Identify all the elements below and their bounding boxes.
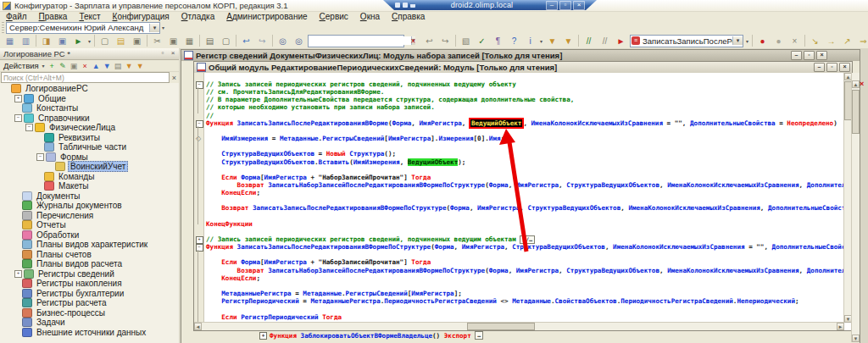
tree-item-Планы счетов[interactable]: Планы счетов xyxy=(0,250,179,260)
pin-icon[interactable] xyxy=(395,3,400,8)
actions-menu[interactable]: Действия xyxy=(0,61,41,70)
move-up-icon[interactable]: ▲ xyxy=(91,61,102,71)
new-document-icon[interactable]: ▢ xyxy=(97,33,113,48)
menu-3[interactable]: Текст xyxy=(73,12,106,21)
tree-item-Регистры накопления[interactable]: Регистры накопления xyxy=(0,279,179,289)
tree-item-Планы видов характеристик[interactable]: Планы видов характеристик xyxy=(0,240,179,250)
chevron-down-icon[interactable]: ▾ xyxy=(41,63,47,69)
tree-item-ФизическиеЛица[interactable]: −ФизическиеЛица xyxy=(0,123,179,133)
tree-item-Регистры сведений[interactable]: +Регистры сведений xyxy=(0,269,179,279)
rdp-connection-bar[interactable]: droid2.olimp.local – ▫ × xyxy=(383,0,597,10)
close-button[interactable]: × xyxy=(573,1,585,10)
tree-item-Регистры бухгалтерии[interactable]: Регистры бухгалтерии xyxy=(0,289,179,299)
next-bookmark-icon[interactable]: ▼ xyxy=(560,33,576,48)
clear-search-icon[interactable]: × xyxy=(405,33,421,48)
delete-icon[interactable]: × xyxy=(80,61,91,71)
collapse-icon[interactable]: − xyxy=(36,153,44,161)
toolbar-search-combo[interactable]: ▾ xyxy=(308,35,404,47)
tree-item-Табличные части[interactable]: Табличные части xyxy=(0,142,179,152)
collapse-icon[interactable]: − xyxy=(25,124,33,131)
close-window-icon[interactable]: × xyxy=(860,80,864,88)
collapse-region-icon[interactable]: − xyxy=(196,81,203,89)
check-module-icon[interactable]: ► xyxy=(613,33,629,48)
uncomment-icon[interactable]: // xyxy=(597,33,613,48)
print-icon[interactable]: ▤ xyxy=(202,33,218,48)
search-input[interactable] xyxy=(1,72,170,83)
edit-icon[interactable]: ✎ xyxy=(58,61,69,71)
bookmark-icon[interactable]: ▼ xyxy=(544,33,560,48)
tree-item-Бизнес-процессы[interactable]: Бизнес-процессы xyxy=(0,308,179,318)
step-out-icon[interactable]: ↗ xyxy=(839,33,855,48)
tree-item-Задачи[interactable]: Задачи xyxy=(0,318,179,328)
properties-icon[interactable]: ▤ xyxy=(113,61,124,71)
copy-icon[interactable]: ▣ xyxy=(165,33,181,48)
open-document-icon[interactable]: ▤ xyxy=(113,33,129,48)
filter-icon[interactable]: ▼ xyxy=(124,61,135,71)
minimize-button[interactable]: – xyxy=(791,51,802,60)
minimize-button[interactable]: – xyxy=(814,63,825,72)
scroll-down-icon[interactable]: ▼ xyxy=(852,335,860,342)
expand-region-icon[interactable]: + xyxy=(259,332,267,340)
tree-item-ЛогированиеРС[interactable]: ЛогированиеРС xyxy=(0,84,179,94)
update-db-configuration-icon[interactable]: ▣ xyxy=(54,33,70,48)
find-previous-icon[interactable]: ↩ xyxy=(421,33,437,48)
collapse-icon[interactable]: − xyxy=(14,114,22,122)
search-text-input[interactable] xyxy=(309,36,411,45)
panel-header[interactable]: Логирование РС * ▫ × xyxy=(0,48,179,60)
info-icon[interactable]: i xyxy=(522,33,538,48)
outer-window-titlebar[interactable]: Регистр сведений ДокументыФизическихЛиц:… xyxy=(181,50,860,61)
procedure-combo[interactable]: ≡ЗаписатьЗаписьПослеРедакти▾ xyxy=(630,35,743,47)
menu-8[interactable]: Окна xyxy=(354,12,386,21)
code-gutter[interactable]: −−◇+− xyxy=(194,73,204,323)
clear-search-icon[interactable]: × xyxy=(170,74,179,82)
menu-1[interactable]: Файл xyxy=(0,12,33,21)
chevron-down-icon[interactable]: ▾ xyxy=(538,38,544,44)
scroll-left-icon[interactable]: ◄ xyxy=(194,323,202,330)
tree-item-Регистры расчета[interactable]: Регистры расчета xyxy=(0,298,179,308)
syntax-check-icon[interactable]: ✓ xyxy=(474,33,490,48)
save-document-icon[interactable]: ▣ xyxy=(129,33,145,48)
toolbar-grip[interactable] xyxy=(2,22,4,34)
tree-item-Общие[interactable]: +Общие xyxy=(0,94,179,104)
scroll-up-icon[interactable]: ▲ xyxy=(852,80,860,88)
paste-icon[interactable]: ▦ xyxy=(181,33,198,48)
horizontal-scrollbar[interactable]: ◄ ► xyxy=(194,322,844,330)
tree-item-Внешние источники данных[interactable]: Внешние источники данных xyxy=(0,328,179,338)
undo-icon[interactable]: ↩ xyxy=(238,33,254,48)
outer-code-line[interactable]: +Функция ЗаблокироватьОбъектВФормеВладел… xyxy=(259,331,483,340)
server-combo[interactable]: Сервер:Семенихин Юрий Александ ▾ xyxy=(6,22,160,34)
move-down-icon[interactable]: ▼ xyxy=(102,61,113,71)
help-icon[interactable]: ? xyxy=(506,33,522,48)
tree-item-Журналы документов[interactable]: Журналы документов xyxy=(0,201,179,211)
maximize-button[interactable]: ▫ xyxy=(826,63,837,72)
disable-breakpoints-icon[interactable]: ● xyxy=(771,33,787,48)
tree-item-Обработки[interactable]: Обработки xyxy=(0,230,179,241)
panel-close-icon[interactable]: × xyxy=(169,50,177,58)
tree-item-Отчеты[interactable]: Отчеты xyxy=(0,220,179,230)
configuration-store-icon[interactable]: ▥ xyxy=(18,33,34,48)
redo-icon[interactable]: ↪ xyxy=(254,33,270,48)
menu-2[interactable]: Правка xyxy=(33,12,74,21)
collapse-region-icon[interactable]: − xyxy=(196,120,203,128)
step-into-icon[interactable]: ↘ xyxy=(807,33,823,48)
tree-item-Документы[interactable]: Документы xyxy=(0,191,179,202)
procedures-functions-icon[interactable]: ¶ xyxy=(490,33,506,48)
remove-breakpoints-icon[interactable]: × xyxy=(787,33,803,48)
outer-vertical-scrollbar[interactable]: ▲ ▼ xyxy=(851,73,860,342)
tree-item-Константы[interactable]: Константы xyxy=(0,103,179,113)
menu-7[interactable]: Сервис xyxy=(314,12,354,21)
tree-item-Команды[interactable]: Команды xyxy=(0,172,179,182)
menu-6[interactable]: Администрирование xyxy=(220,12,313,21)
expand-icon[interactable]: + xyxy=(14,270,22,278)
close-button[interactable]: × xyxy=(839,63,850,72)
copy-icon[interactable]: ▣ xyxy=(69,61,80,71)
set-breakpoint-icon[interactable]: ● xyxy=(754,33,771,48)
expand-region-icon[interactable]: + xyxy=(196,236,203,244)
chevron-down-icon[interactable]: ▾ xyxy=(744,38,750,44)
chevron-down-icon[interactable]: ▾ xyxy=(86,38,92,44)
menu-9[interactable]: Справка xyxy=(386,12,431,21)
tree-item-Планы видов расчета[interactable]: Планы видов расчета xyxy=(0,259,179,269)
menu-5[interactable]: Отладка xyxy=(175,12,221,21)
tree-item-Макеты[interactable]: Макеты xyxy=(0,181,179,191)
filter-settings-icon[interactable]: ▼ xyxy=(135,61,146,71)
